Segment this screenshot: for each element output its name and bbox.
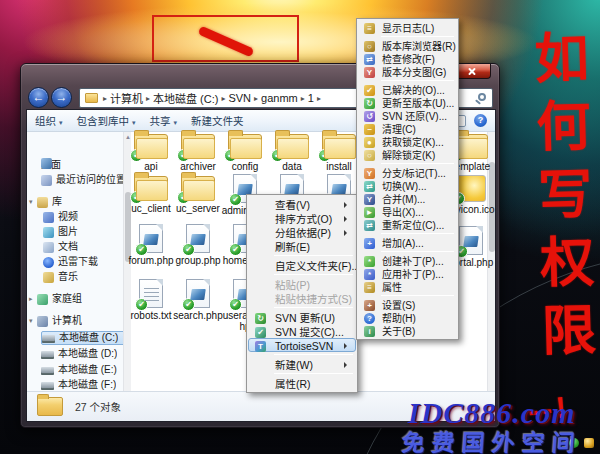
svn-commit-icon [255,327,266,338]
relocate-icon [364,220,375,231]
menu-item-refresh[interactable]: 刷新(E) [248,239,356,253]
svn-check-icon [135,243,148,256]
submenu-item-help[interactable]: 帮助(H) [358,311,457,324]
menu-separator [274,274,353,275]
php-file-icon [139,224,163,253]
menu-item-view[interactable]: 查看(V) [248,197,356,211]
menu-item-tortoisesvn[interactable]: TortoiseSVN [248,338,356,352]
show-log-icon [364,23,375,34]
php-file-icon [186,224,210,253]
menu-separator [381,233,454,234]
text-file-icon [139,279,163,308]
folder-icon [228,134,262,159]
php-file-icon [186,279,210,308]
cleanup-icon [364,124,375,135]
menu-item-paste-shortcut: 粘贴快捷方式(S) [248,291,356,305]
svn-check-icon [177,191,190,204]
submenu-item-properties[interactable]: 属性 [358,280,457,293]
submenu-item-resolved[interactable]: 已解决的(O)... [358,83,457,96]
svn-check-icon [135,298,148,311]
submenu-item-relocate[interactable]: 重新定位(C)... [358,218,457,231]
add-icon [364,238,375,249]
watermark-slogan: 免费国外空间 [401,424,583,454]
repo-browser-icon [364,41,375,52]
svn-check-icon [182,298,195,311]
submenu-item-about[interactable]: 关于(B) [358,324,457,337]
create-patch-icon [364,256,375,267]
menu-separator [381,80,454,81]
properties-icon [364,282,375,293]
tortoisesvn-submenu: 显示日志(L) 版本库浏览器(R) 检查修改(F) 版本分支图(G) 已解决的(… [356,18,459,340]
lock-icon [364,137,375,148]
image-file-icon [456,175,486,202]
menu-item-svn-commit[interactable]: SVN 提交(C)... [248,324,356,338]
svn-check-icon [130,191,143,204]
submenu-item-branch-tag[interactable]: 分支/标记(T)... [358,166,457,179]
about-icon [364,326,375,337]
tray-gold-icon[interactable] [584,438,594,448]
submenu-item-show-log[interactable]: 显示日志(L) [358,21,457,34]
check-modifications-icon [364,54,375,65]
svn-check-icon [224,149,237,162]
submenu-item-switch[interactable]: 切换(W)... [358,179,457,192]
svn-check-icon [182,243,195,256]
folder-icon [181,176,215,201]
svn-check-icon [130,149,143,162]
submenu-item-revision-graph[interactable]: 版本分支图(G) [358,65,457,78]
menu-separator [381,295,454,296]
submenu-item-get-lock[interactable]: 获取锁定(K)... [358,135,457,148]
context-menu: 查看(V) 排序方式(O) 分组依据(P) 刷新(E) 自定义文件夹(F)...… [246,194,358,393]
unlock-icon [364,150,375,161]
menu-separator [274,373,353,374]
submenu-item-create-patch[interactable]: 创建补丁(P)... [358,254,457,267]
menu-item-svn-update[interactable]: SVN 更新(U) [248,310,356,324]
branch-tag-icon [364,168,375,179]
svn-check-icon [229,243,242,256]
menu-separator [274,354,353,355]
screen: 如何写权限 --! ← → ▸ 计算机 ▸ 本地磁盘 (C:) ▸ SVN ▸ … [0,0,600,454]
submenu-item-merge[interactable]: 合并(M)... [358,192,457,205]
submenu-item-revert[interactable]: SVN 还原(V)... [358,109,457,122]
menu-item-group-by[interactable]: 分组依据(P) [248,225,356,239]
folder-icon [134,176,168,201]
submenu-item-apply-patch[interactable]: 应用补丁(P)... [358,267,457,280]
menu-item-customize-folder[interactable]: 自定义文件夹(F)... [248,258,356,272]
resolved-icon [364,85,375,96]
submenu-item-update-to-revision[interactable]: 更新至版本(U)... [358,96,457,109]
menu-item-paste: 粘贴(P) [248,277,356,291]
submenu-item-cleanup[interactable]: 清理(C) [358,122,457,135]
submenu-item-export[interactable]: 导出(X)... [358,205,457,218]
folder-icon [181,134,215,159]
menu-separator [381,251,454,252]
php-file-icon [459,226,483,255]
menu-separator [274,255,353,256]
tortoisesvn-icon [255,341,266,352]
menu-separator [381,163,454,164]
merge-icon [364,194,375,205]
folder-icon [454,134,488,159]
annotation-text: 如何写权限 [520,29,599,371]
apply-patch-icon [364,269,375,280]
revision-graph-icon [364,67,375,78]
submenu-item-settings[interactable]: 设置(S) [358,298,457,311]
folder-icon [322,134,356,159]
menu-item-new[interactable]: 新建(W) [248,357,356,371]
submenu-item-repo-browser[interactable]: 版本库浏览器(R) [358,39,457,52]
submenu-item-check-modifications[interactable]: 检查修改(F) [358,52,457,65]
svn-check-icon [177,149,190,162]
folder-icon [134,134,168,159]
switch-icon [364,181,375,192]
update-to-revision-icon [364,98,375,109]
menu-item-sort-by[interactable]: 排序方式(O) [248,211,356,225]
close-icon [467,67,476,76]
svn-check-icon [229,193,242,206]
help-icon [364,313,375,324]
submenu-item-release-lock[interactable]: 解除锁定(K) [358,148,457,161]
svn-check-icon [318,149,331,162]
folder-icon [275,134,309,159]
menu-item-properties[interactable]: 属性(R) [248,376,356,390]
export-icon [364,207,375,218]
svn-check-icon [271,149,284,162]
submenu-item-add[interactable]: 增加(A)... [358,236,457,249]
menu-separator [274,307,353,308]
